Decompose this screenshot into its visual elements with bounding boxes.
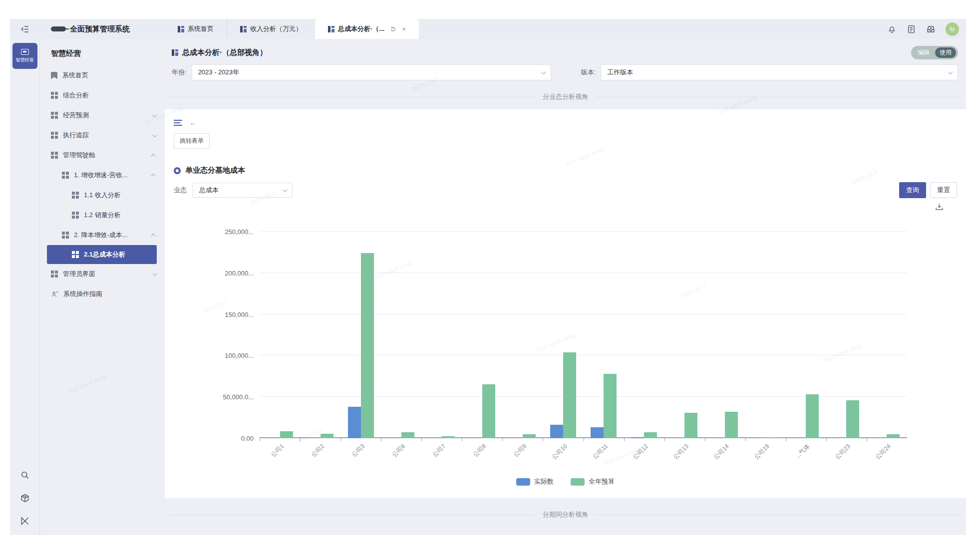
biz-type-select[interactable]: 总成本 xyxy=(193,183,293,198)
y-tick-label: 100,000... xyxy=(204,352,254,359)
inbox-icon[interactable] xyxy=(926,24,936,34)
download-icon[interactable] xyxy=(935,202,944,212)
legend-item[interactable]: 全年预算 xyxy=(571,477,615,486)
x-tick-label: …气体 xyxy=(793,442,812,461)
collapse-sidebar-button[interactable] xyxy=(10,19,40,39)
grid-icon xyxy=(51,112,58,119)
bar-全年预算 xyxy=(765,437,778,438)
x-tick-label: 公司19 xyxy=(752,442,771,461)
version-select[interactable]: 工作版本 xyxy=(601,64,958,80)
bar-全年预算 xyxy=(280,431,293,438)
tab-income-analysis[interactable]: 收入分析（万元） xyxy=(227,19,315,39)
sidebar-item-management-cockpit[interactable]: 管理驾驶舱 xyxy=(40,145,165,165)
bar-实际数 xyxy=(550,425,563,438)
x-tick-label: 公司23 xyxy=(833,442,852,461)
chevron-up-icon xyxy=(151,173,156,178)
bell-icon[interactable] xyxy=(887,24,897,34)
x-tick-label: 公司13 xyxy=(671,442,690,461)
module-tile-smart-operation[interactable]: 智慧经营 xyxy=(12,43,37,69)
chart-legend: 实际数全年预算 xyxy=(174,477,957,486)
package-icon[interactable] xyxy=(20,493,30,503)
year-label: 年份: xyxy=(172,68,187,77)
topbar-actions: liz xyxy=(887,19,966,39)
collapse-sidebar-icon xyxy=(20,24,30,34)
brand: 全面预算管理系统 xyxy=(40,19,165,39)
bar-group: 公司1 xyxy=(260,232,300,438)
sidebar-item-cost-reduction[interactable]: 2. 降本增效-成本... xyxy=(40,225,165,245)
bar-实际数 xyxy=(348,407,361,438)
x-tick-label: 公司11 xyxy=(591,442,610,461)
sidebar-item-business-forecast[interactable]: 经营预测 xyxy=(40,105,165,125)
search-icon[interactable] xyxy=(20,470,30,480)
bar-实际数 xyxy=(631,437,644,438)
sidebar-item-income-analysis[interactable]: 1.1 收入分析 xyxy=(40,185,165,205)
tab-label: 总成本分析·（... xyxy=(338,24,384,33)
chevron-down-icon xyxy=(152,132,157,137)
pinwheel-icon[interactable] xyxy=(20,516,30,526)
radio-selected-icon[interactable] xyxy=(174,167,181,174)
bar-全年预算 xyxy=(604,374,617,438)
y-tick-label: 200,000... xyxy=(204,269,254,277)
hamburger-menu-icon[interactable] xyxy=(174,120,182,126)
chevron-down-icon xyxy=(541,69,546,74)
bar-group: 公司7 xyxy=(421,232,462,438)
legend-chip-icon xyxy=(571,478,585,486)
year-select[interactable]: 2023 - 2023年 xyxy=(192,64,551,80)
tab-home[interactable]: 系统首页 xyxy=(165,19,227,39)
grid-icon xyxy=(72,212,79,219)
app-logo xyxy=(51,26,66,31)
main-content: 总成本分析·（总部视角） 编辑 使用 年份: 2023 - 2023年 版本: … xyxy=(165,39,966,535)
y-tick-label: 0.00 xyxy=(204,435,254,442)
bar-全年预算 xyxy=(887,434,900,438)
sidebar-item-operation-guide[interactable]: 系统操作指南 xyxy=(40,284,165,304)
sidebar-item-system-home[interactable]: 系统首页 xyxy=(40,65,165,85)
grid-icon xyxy=(51,132,58,139)
x-tick-label: 公司2 xyxy=(310,442,326,459)
bar-全年预算 xyxy=(806,394,819,438)
jump-to-form-button[interactable]: 跳转表单 xyxy=(174,133,210,149)
user-avatar[interactable]: liz xyxy=(946,22,959,36)
plot-area: 0.0050,000.0...100,000...150,000...200,0… xyxy=(260,232,907,438)
query-button[interactable]: 查询 xyxy=(899,182,926,198)
bar-全年预算 xyxy=(846,400,859,438)
bar-全年预算 xyxy=(361,253,374,438)
bar-group: 公司8 xyxy=(462,232,502,438)
bar-实际数 xyxy=(591,427,604,438)
sidebar-item-admin-interface[interactable]: 管理员界面 xyxy=(40,264,165,284)
bar-全年预算 xyxy=(442,436,455,438)
sidebar-item-revenue-growth[interactable]: 1. 增收增速-营收... xyxy=(40,165,165,185)
tab-strip: 系统首页 收入分析（万元） 总成本分析·（... × xyxy=(165,19,419,39)
bar-group: …气体 xyxy=(786,232,826,438)
monitor-icon xyxy=(21,49,29,55)
sidebar-item-sales-analysis[interactable]: 1.2 销量分析 xyxy=(40,205,165,225)
document-icon[interactable] xyxy=(907,24,916,34)
refresh-tab-icon[interactable] xyxy=(390,26,396,32)
chevron-up-icon xyxy=(151,153,156,158)
page-title: 总成本分析·（总部视角） xyxy=(182,48,267,57)
bar-group: 公司6 xyxy=(381,232,421,438)
bar-group: 公司14 xyxy=(705,232,745,438)
sidebar-item-execution-tracking[interactable]: 执行追踪 xyxy=(40,125,165,145)
close-tab-icon[interactable]: × xyxy=(402,25,406,33)
sidebar: 智慧经营 系统首页 综合分析 经营预测 执行追踪 管理驾驶舱 xyxy=(40,39,165,535)
bar-group: 公司2 xyxy=(300,232,340,438)
chevron-down-icon xyxy=(283,187,288,192)
icon-rail: 智慧经营 xyxy=(10,39,40,535)
x-tick-label: 公司8 xyxy=(471,442,488,459)
bar-全年预算 xyxy=(684,413,697,438)
sidebar-item-comprehensive-analysis[interactable]: 综合分析 xyxy=(40,85,165,105)
tab-total-cost-analysis[interactable]: 总成本分析·（... × xyxy=(315,19,419,39)
bar-全年预算 xyxy=(725,412,738,438)
legend-item[interactable]: 实际数 xyxy=(516,477,554,486)
sidebar-item-total-cost-analysis[interactable]: 2.1总成本分析 xyxy=(47,245,157,264)
back-arrow-icon[interactable]: ← xyxy=(189,119,197,127)
legend-label: 实际数 xyxy=(534,477,554,486)
app-window: 全面预算管理系统 系统首页 收入分析（万元） 总成本分析·（... × xyxy=(10,19,966,535)
bar-group: 公司10 xyxy=(543,232,583,438)
legend-label: 全年预算 xyxy=(589,477,615,486)
use-mode-button[interactable]: 使用 xyxy=(935,47,956,58)
edit-mode-button[interactable]: 编辑 xyxy=(913,47,934,58)
bar-全年预算 xyxy=(321,434,333,438)
reset-button[interactable]: 重置 xyxy=(930,182,957,198)
sidebar-section-title: 智慧经营 xyxy=(40,46,165,65)
